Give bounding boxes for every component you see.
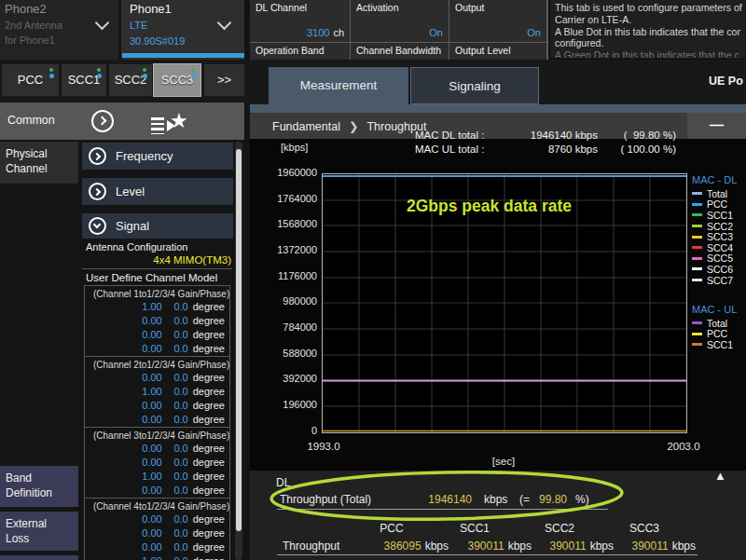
legend-item: PCC	[692, 329, 737, 340]
expand-all-icon[interactable]	[91, 110, 114, 132]
throughput-cell-scc3: 390011kbps	[607, 540, 696, 553]
gain-phase-row[interactable]: 0.000.0degree	[85, 328, 229, 342]
channel-group-2: (Channel 2to1/2/3/4 Gain/Phase) 0.000.0d…	[84, 356, 230, 428]
column-header-scc2: SCC2	[539, 522, 580, 535]
tab-more-carriers[interactable]: >>	[204, 64, 244, 96]
sidebar-scrollbar-thumb[interactable]	[236, 149, 242, 531]
gain-phase-row[interactable]: 0.000.0degree	[85, 540, 229, 554]
gain-phase-row[interactable]: 1.000.0degree	[85, 554, 229, 560]
throughput-cell-pcc: 386095kbps	[360, 540, 449, 553]
mac-ul-total-row: MAC UL total : 8760 kbps ( 100.00 %)	[415, 143, 676, 157]
instrument-window: Phone2 2nd Antenna for Phone1 Phone1 LTE…	[0, 0, 746, 560]
mac-ul-total-value: 8760 kbps	[497, 143, 598, 157]
mac-ul-total-percent: ( 100.00 %)	[598, 143, 676, 157]
sidebar-item-partial[interactable]	[0, 555, 78, 560]
phone1-selector[interactable]: Phone1 LTE 30.90S#019	[121, 0, 244, 60]
phone2-selector[interactable]: Phone2 2nd Antenna for Phone1	[0, 0, 118, 60]
minimize-button[interactable]: —	[687, 113, 746, 139]
gain-phase-row[interactable]: 0.000.0degree	[85, 371, 229, 385]
legend-item: SCC5	[692, 253, 737, 265]
param-label: Channel Bandwidth	[356, 45, 443, 56]
series-swatch	[692, 246, 702, 249]
scroll-up-icon[interactable]: ▲	[714, 469, 726, 483]
tab-measurement[interactable]: Measurement	[269, 67, 408, 104]
phone1-version: 30.90S#019	[130, 35, 185, 47]
y-tick: 588000	[261, 348, 317, 359]
gain-phase-row[interactable]: 0.000.0degree	[85, 314, 229, 328]
breadcrumb-parent[interactable]: Fundamental	[272, 120, 340, 133]
list-bars	[151, 117, 164, 134]
tab-pcc[interactable]: PCC	[2, 64, 59, 96]
y-tick: 1568000	[261, 218, 317, 229]
gain-phase-row[interactable]: 0.000.0degree	[85, 413, 229, 427]
mac-dl-total-label: MAC DL total :	[415, 129, 497, 143]
mac-dl-total-row: MAC DL total : 1946140 kbps ( 99.80 %)	[415, 129, 676, 143]
tab-label: PCC	[18, 73, 43, 87]
channel-group-3: (Channel 3to1/2/3/4 Gain/Phase) 0.000.0d…	[84, 427, 230, 499]
phase-value: 0.0	[166, 512, 188, 526]
mac-totals: MAC DL total : 1946140 kbps ( 99.80 %) M…	[415, 129, 676, 156]
x-tick-end: 2003.0	[667, 441, 699, 452]
gain-phase-row[interactable]: 0.000.0degree	[85, 442, 229, 456]
section-level[interactable]: Level	[82, 178, 233, 205]
degree-unit: degree	[193, 399, 225, 413]
favorites-star-icon[interactable]: ★	[170, 111, 188, 131]
param-label: Operation Band	[256, 45, 344, 56]
section-signal[interactable]: Signal	[82, 213, 233, 239]
gain-phase-row[interactable]: 0.000.0degree	[85, 526, 229, 540]
degree-unit: degree	[193, 554, 225, 560]
phase-value: 0.0	[166, 314, 188, 328]
blue-dot-icon	[97, 74, 102, 78]
gain-phase-row[interactable]: 0.000.0degree	[85, 512, 229, 526]
gain-phase-row[interactable]: 0.000.0degree	[85, 342, 229, 356]
gain-phase-row[interactable]: 0.000.0degree	[85, 484, 229, 498]
phone1-tech: LTE	[130, 20, 147, 31]
gain-value: 0.00	[134, 512, 162, 526]
throughput-cell-scc1: 390011kbps	[443, 540, 532, 553]
tab-label: >>	[217, 73, 231, 87]
green-dot-icon	[97, 68, 101, 72]
common-label: Common	[7, 114, 55, 127]
legend-item: SCC2	[692, 221, 737, 232]
tab-scc1[interactable]: SCC1	[62, 64, 106, 96]
gain-phase-row[interactable]: 1.000.0degree	[85, 300, 229, 314]
tab-signaling[interactable]: Signaling	[410, 67, 539, 104]
tab-ue-partial[interactable]: UE Po	[709, 75, 743, 88]
legend-label: SCC7	[707, 275, 733, 286]
sidebar-item-physical-channel[interactable]: Physical Channel	[0, 142, 78, 184]
param-output[interactable]: Output On	[449, 0, 546, 42]
phase-value: 0.0	[166, 554, 188, 560]
series-swatch	[692, 203, 702, 206]
param-dl-channel[interactable]: DL Channel 3100ch	[250, 0, 350, 42]
sidebar-item-band-definition[interactable]: Band Definition	[0, 466, 78, 507]
legend-item: SCC4	[692, 242, 737, 253]
help-line: A Green Dot in this tab indicates that t…	[555, 49, 746, 58]
antenna-config-value[interactable]: 4x4 MIMO(TM3)	[110, 254, 231, 266]
sidebar-item-external-loss[interactable]: External Loss	[0, 512, 78, 551]
active-phone-underline	[122, 53, 244, 58]
section-frequency[interactable]: Frequency	[82, 143, 233, 170]
gain-phase-row[interactable]: 1.000.0degree	[85, 385, 229, 399]
series-swatch	[692, 321, 702, 324]
chevron-down-icon[interactable]	[95, 16, 110, 31]
section-label: Level	[116, 184, 145, 198]
param-activation[interactable]: Activation On	[351, 0, 449, 42]
gain-phase-row[interactable]: 1.000.0degree	[85, 470, 229, 484]
tab-scc3[interactable]: SCC3	[153, 63, 201, 97]
y-tick: 1960000	[261, 167, 317, 178]
breadcrumb-separator-icon: ❯	[349, 120, 358, 133]
y-tick: 1176000	[261, 270, 317, 281]
legend-label: SCC1	[707, 210, 733, 221]
gain-phase-row[interactable]: 0.000.0degree	[85, 456, 229, 470]
mac-ul-total-label: MAC UL total :	[415, 143, 497, 157]
gain-value: 1.00	[134, 300, 162, 314]
param-label: Output	[455, 2, 541, 13]
gain-value: 0.00	[134, 484, 162, 498]
chevron-down-icon[interactable]	[217, 16, 232, 31]
help-line: Carrier on LTE-A.	[555, 14, 746, 26]
table-row-label: Throughput	[283, 540, 339, 553]
param-value: On	[527, 27, 541, 38]
gain-phase-row[interactable]: 0.000.0degree	[85, 399, 229, 413]
chevron-right-circle-icon	[89, 183, 106, 200]
tab-scc2[interactable]: SCC2	[109, 64, 152, 96]
